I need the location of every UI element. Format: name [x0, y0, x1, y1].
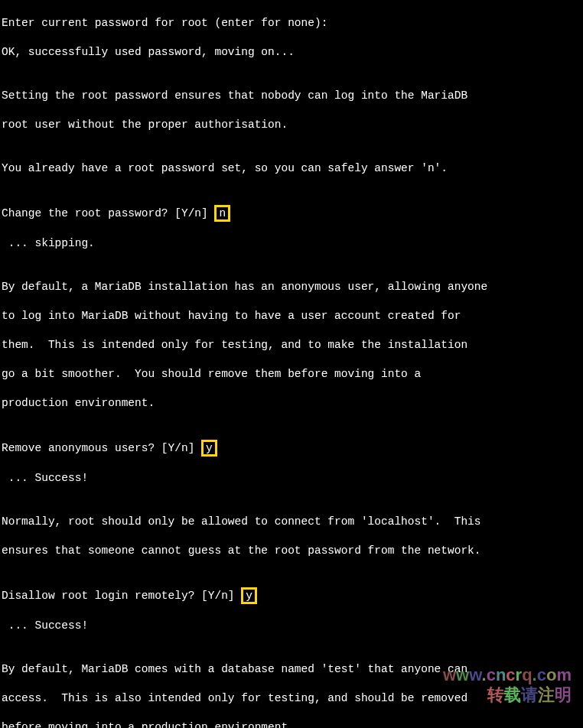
prompt-line: Disallow root login remotely? [Y/n] y [2, 587, 581, 604]
output-line: ensures that someone cannot guess at the… [2, 544, 581, 558]
prompt-line: Change the root password? [Y/n] n [2, 205, 581, 222]
output-line: ... Success! [2, 619, 581, 633]
output-line: Enter current password for root (enter f… [2, 16, 581, 31]
prompt-text: Disallow root login remotely? [Y/n] [2, 590, 241, 602]
output-line: to log into MariaDB without having to ha… [2, 309, 581, 323]
output-line: Setting the root password ensures that n… [2, 89, 581, 103]
prompt-text: Remove anonymous users? [Y/n] [2, 442, 201, 454]
output-line: production environment. [2, 396, 581, 411]
output-line: Normally, root should only be allowed to… [2, 515, 581, 529]
output-line: By default, a MariaDB installation has a… [2, 280, 581, 294]
user-answer-highlight: y [241, 587, 257, 604]
output-line: them. This is intended only for testing,… [2, 338, 581, 353]
output-line: You already have a root password set, so… [2, 161, 581, 176]
output-line: ... skipping. [2, 236, 581, 251]
user-answer-highlight: y [201, 440, 217, 457]
output-line: root user without the proper authorisati… [2, 118, 581, 132]
prompt-text: Change the root password? [Y/n] [2, 207, 214, 219]
output-line: OK, successfully used password, moving o… [2, 45, 581, 60]
output-line: access. This is also intended only for t… [2, 691, 581, 706]
output-line: before moving into a production environm… [2, 720, 581, 728]
output-line: ... Success! [2, 471, 581, 486]
user-answer-highlight: n [214, 205, 230, 222]
prompt-line: Remove anonymous users? [Y/n] y [2, 440, 581, 457]
output-line: go a bit smoother. You should remove the… [2, 367, 581, 382]
output-line: By default, MariaDB comes with a databas… [2, 662, 581, 677]
terminal-output[interactable]: Enter current password for root (enter f… [0, 0, 583, 728]
